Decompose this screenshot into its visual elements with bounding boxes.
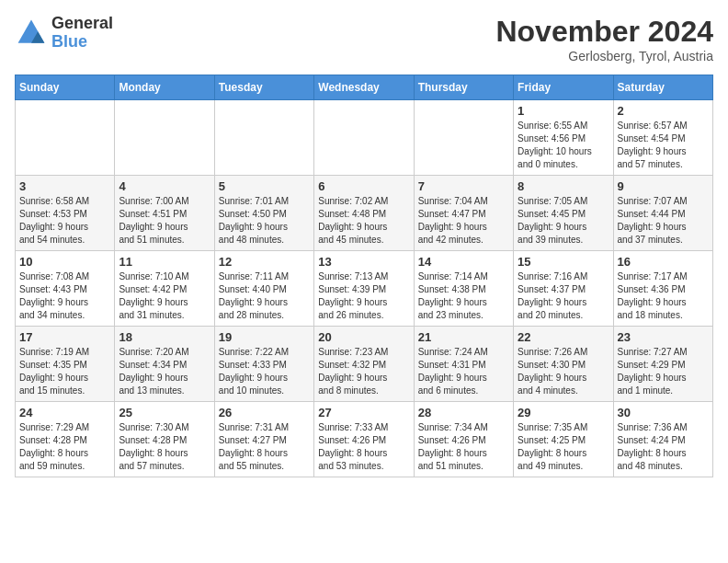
day-info: Sunrise: 6:55 AM Sunset: 4:56 PM Dayligh… (518, 120, 609, 171)
calendar-cell: 28Sunrise: 7:34 AM Sunset: 4:26 PM Dayli… (414, 402, 513, 477)
calendar-cell: 9Sunrise: 7:07 AM Sunset: 4:44 PM Daylig… (613, 176, 712, 251)
day-info: Sunrise: 7:17 AM Sunset: 4:36 PM Dayligh… (618, 270, 709, 322)
calendar-cell: 18Sunrise: 7:20 AM Sunset: 4:34 PM Dayli… (115, 327, 214, 402)
calendar-week-2: 3Sunrise: 6:58 AM Sunset: 4:53 PM Daylig… (16, 176, 713, 251)
calendar-cell: 3Sunrise: 6:58 AM Sunset: 4:53 PM Daylig… (16, 176, 115, 251)
month-title: November 2024 (495, 15, 713, 49)
day-info: Sunrise: 7:35 AM Sunset: 4:25 PM Dayligh… (518, 421, 609, 473)
day-number: 28 (418, 406, 509, 419)
calendar-cell: 24Sunrise: 7:29 AM Sunset: 4:28 PM Dayli… (16, 402, 115, 477)
calendar-cell: 7Sunrise: 7:04 AM Sunset: 4:47 PM Daylig… (414, 176, 513, 251)
day-info: Sunrise: 7:33 AM Sunset: 4:26 PM Dayligh… (318, 421, 409, 473)
day-info: Sunrise: 7:20 AM Sunset: 4:34 PM Dayligh… (119, 346, 210, 397)
day-info: Sunrise: 7:26 AM Sunset: 4:30 PM Dayligh… (518, 346, 609, 397)
calendar-cell: 23Sunrise: 7:27 AM Sunset: 4:29 PM Dayli… (613, 327, 712, 402)
day-number: 6 (318, 179, 409, 193)
calendar-cell: 25Sunrise: 7:30 AM Sunset: 4:28 PM Dayli… (115, 402, 214, 477)
day-number: 15 (518, 255, 609, 269)
logo-text: General Blue (51, 15, 113, 52)
day-number: 24 (19, 406, 110, 419)
calendar-cell (414, 100, 513, 176)
calendar-cell: 16Sunrise: 7:17 AM Sunset: 4:36 PM Dayli… (613, 251, 712, 327)
calendar-table: SundayMondayTuesdayWednesdayThursdayFrid… (15, 75, 713, 477)
day-info: Sunrise: 7:08 AM Sunset: 4:43 PM Dayligh… (19, 270, 110, 322)
day-info: Sunrise: 7:04 AM Sunset: 4:47 PM Dayligh… (418, 195, 509, 247)
calendar-cell (214, 100, 313, 176)
calendar-week-3: 10Sunrise: 7:08 AM Sunset: 4:43 PM Dayli… (16, 251, 713, 327)
calendar-cell: 11Sunrise: 7:10 AM Sunset: 4:42 PM Dayli… (115, 251, 214, 327)
calendar-cell: 13Sunrise: 7:13 AM Sunset: 4:39 PM Dayli… (314, 251, 414, 327)
day-number: 18 (119, 330, 210, 344)
day-info: Sunrise: 7:11 AM Sunset: 4:40 PM Dayligh… (219, 270, 310, 322)
calendar-cell (16, 100, 115, 176)
weekday-header-sunday: Sunday (16, 75, 115, 100)
calendar-cell: 17Sunrise: 7:19 AM Sunset: 4:35 PM Dayli… (16, 327, 115, 402)
day-number: 16 (618, 255, 709, 269)
day-info: Sunrise: 7:05 AM Sunset: 4:45 PM Dayligh… (518, 195, 609, 247)
day-info: Sunrise: 7:16 AM Sunset: 4:37 PM Dayligh… (518, 270, 609, 322)
weekday-header-wednesday: Wednesday (314, 75, 414, 100)
logo: General Blue (15, 15, 113, 52)
calendar-cell: 22Sunrise: 7:26 AM Sunset: 4:30 PM Dayli… (514, 327, 613, 402)
page-header: General Blue November 2024 Gerlosberg, T… (15, 15, 713, 63)
day-info: Sunrise: 7:14 AM Sunset: 4:38 PM Dayligh… (418, 270, 509, 322)
day-info: Sunrise: 7:22 AM Sunset: 4:33 PM Dayligh… (219, 346, 310, 397)
weekday-header-tuesday: Tuesday (214, 75, 313, 100)
day-number: 9 (618, 179, 709, 193)
day-info: Sunrise: 7:07 AM Sunset: 4:44 PM Dayligh… (618, 195, 709, 247)
day-number: 23 (618, 330, 709, 344)
day-info: Sunrise: 7:34 AM Sunset: 4:26 PM Dayligh… (418, 421, 509, 473)
day-info: Sunrise: 7:30 AM Sunset: 4:28 PM Dayligh… (119, 421, 210, 473)
weekday-header-saturday: Saturday (613, 75, 712, 100)
day-info: Sunrise: 7:02 AM Sunset: 4:48 PM Dayligh… (318, 195, 409, 247)
day-number: 26 (219, 406, 310, 419)
calendar-cell: 27Sunrise: 7:33 AM Sunset: 4:26 PM Dayli… (314, 402, 414, 477)
calendar-cell: 14Sunrise: 7:14 AM Sunset: 4:38 PM Dayli… (414, 251, 513, 327)
calendar-cell: 29Sunrise: 7:35 AM Sunset: 4:25 PM Dayli… (514, 402, 613, 477)
calendar-cell: 5Sunrise: 7:01 AM Sunset: 4:50 PM Daylig… (214, 176, 313, 251)
day-number: 4 (119, 179, 210, 193)
day-info: Sunrise: 6:57 AM Sunset: 4:54 PM Dayligh… (618, 120, 709, 171)
day-number: 30 (618, 406, 709, 419)
calendar-cell: 6Sunrise: 7:02 AM Sunset: 4:48 PM Daylig… (314, 176, 414, 251)
day-number: 13 (318, 255, 409, 269)
day-number: 29 (518, 406, 609, 419)
calendar-cell: 26Sunrise: 7:31 AM Sunset: 4:27 PM Dayli… (214, 402, 313, 477)
day-info: Sunrise: 7:27 AM Sunset: 4:29 PM Dayligh… (618, 346, 709, 397)
calendar-cell: 12Sunrise: 7:11 AM Sunset: 4:40 PM Dayli… (214, 251, 313, 327)
calendar-cell: 4Sunrise: 7:00 AM Sunset: 4:51 PM Daylig… (115, 176, 214, 251)
day-info: Sunrise: 7:29 AM Sunset: 4:28 PM Dayligh… (19, 421, 110, 473)
calendar-cell: 8Sunrise: 7:05 AM Sunset: 4:45 PM Daylig… (514, 176, 613, 251)
day-number: 14 (418, 255, 509, 269)
day-number: 25 (119, 406, 210, 419)
day-number: 2 (618, 104, 709, 118)
day-info: Sunrise: 7:23 AM Sunset: 4:32 PM Dayligh… (318, 346, 409, 397)
day-number: 22 (518, 330, 609, 344)
day-info: Sunrise: 7:13 AM Sunset: 4:39 PM Dayligh… (318, 270, 409, 322)
calendar-cell (314, 100, 414, 176)
day-info: Sunrise: 7:10 AM Sunset: 4:42 PM Dayligh… (119, 270, 210, 322)
calendar-cell: 10Sunrise: 7:08 AM Sunset: 4:43 PM Dayli… (16, 251, 115, 327)
day-number: 1 (518, 104, 609, 118)
calendar-week-4: 17Sunrise: 7:19 AM Sunset: 4:35 PM Dayli… (16, 327, 713, 402)
day-info: Sunrise: 7:31 AM Sunset: 4:27 PM Dayligh… (219, 421, 310, 473)
weekday-header-thursday: Thursday (414, 75, 513, 100)
calendar-cell (115, 100, 214, 176)
weekday-header-friday: Friday (514, 75, 613, 100)
day-number: 7 (418, 179, 509, 193)
day-number: 19 (219, 330, 310, 344)
title-block: November 2024 Gerlosberg, Tyrol, Austria (495, 15, 713, 63)
calendar-cell: 19Sunrise: 7:22 AM Sunset: 4:33 PM Dayli… (214, 327, 313, 402)
calendar-week-1: 1Sunrise: 6:55 AM Sunset: 4:56 PM Daylig… (16, 100, 713, 176)
calendar-cell: 20Sunrise: 7:23 AM Sunset: 4:32 PM Dayli… (314, 327, 414, 402)
calendar-cell: 21Sunrise: 7:24 AM Sunset: 4:31 PM Dayli… (414, 327, 513, 402)
day-number: 5 (219, 179, 310, 193)
day-number: 21 (418, 330, 509, 344)
day-number: 17 (19, 330, 110, 344)
calendar-cell: 2Sunrise: 6:57 AM Sunset: 4:54 PM Daylig… (613, 100, 712, 176)
weekday-header-monday: Monday (115, 75, 214, 100)
day-info: Sunrise: 7:24 AM Sunset: 4:31 PM Dayligh… (418, 346, 509, 397)
day-number: 20 (318, 330, 409, 344)
day-info: Sunrise: 7:01 AM Sunset: 4:50 PM Dayligh… (219, 195, 310, 247)
day-number: 10 (19, 255, 110, 269)
